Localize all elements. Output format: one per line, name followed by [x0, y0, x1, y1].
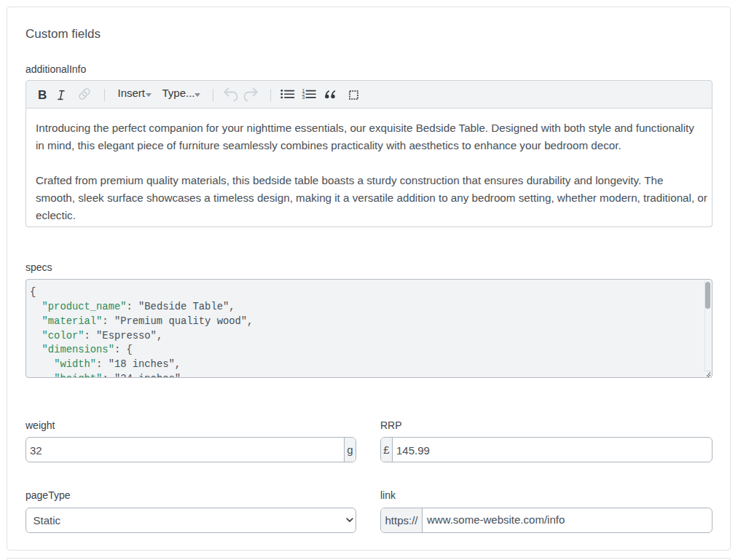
svg-text:3: 3 — [302, 95, 305, 100]
